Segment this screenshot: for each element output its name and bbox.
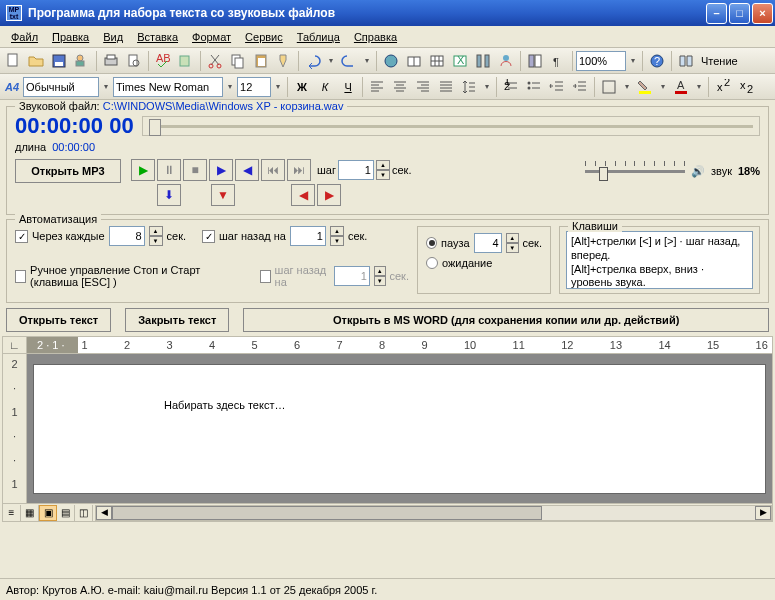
skip-back-button[interactable]: ⏮ — [261, 159, 285, 181]
help-icon[interactable]: ? — [646, 50, 668, 72]
view-print-icon[interactable]: ▣ — [39, 505, 57, 521]
skip-fwd-button[interactable]: ⏭ — [287, 159, 311, 181]
zoom-select[interactable] — [576, 51, 626, 71]
bookmark-prev-button[interactable]: ◀ — [291, 184, 315, 206]
tables-borders-icon[interactable] — [403, 50, 425, 72]
font-drop[interactable]: ▾ — [224, 77, 236, 97]
underline-icon[interactable]: Ч — [337, 76, 359, 98]
size-drop[interactable]: ▾ — [272, 77, 284, 97]
preview-icon[interactable] — [123, 50, 145, 72]
pause-spinner[interactable]: ▲▼ — [506, 233, 519, 253]
copy-icon[interactable] — [227, 50, 249, 72]
italic-icon[interactable]: К — [314, 76, 336, 98]
wait-radio[interactable] — [426, 257, 438, 269]
pause-button[interactable]: ⏸ — [157, 159, 181, 181]
drawing-icon[interactable] — [495, 50, 517, 72]
bookmark-next-button[interactable]: ▶ — [317, 184, 341, 206]
tab-selector[interactable]: ∟ — [3, 337, 27, 353]
permission-icon[interactable] — [71, 50, 93, 72]
read-icon[interactable] — [675, 50, 697, 72]
doc-map-icon[interactable] — [524, 50, 546, 72]
align-justify-icon[interactable] — [435, 76, 457, 98]
hyperlink-icon[interactable] — [380, 50, 402, 72]
every-checkbox[interactable]: ✓ — [15, 230, 28, 243]
cut-icon[interactable] — [204, 50, 226, 72]
bookmark-del-button[interactable]: ▼ — [211, 184, 235, 206]
horizontal-ruler[interactable]: ∟ 2 · 1 · 123 456 789 101112 131415 16 — [2, 336, 773, 354]
open-mp3-button[interactable]: Открыть MP3 — [15, 159, 121, 183]
play-button[interactable]: ▶ — [131, 159, 155, 181]
vertical-ruler[interactable]: 2·1··1 — [3, 354, 27, 503]
scroll-right-icon[interactable]: ▶ — [755, 506, 771, 520]
redo-drop[interactable]: ▾ — [361, 51, 373, 71]
menu-tools[interactable]: Сервис — [238, 29, 290, 45]
excel-icon[interactable]: X — [449, 50, 471, 72]
size-select[interactable] — [237, 77, 271, 97]
menu-view[interactable]: Вид — [96, 29, 130, 45]
menu-format[interactable]: Формат — [185, 29, 238, 45]
style-helper-icon[interactable]: A4 — [2, 81, 22, 93]
maximize-button[interactable]: □ — [729, 3, 750, 24]
style-select[interactable] — [23, 77, 99, 97]
superscript-icon[interactable]: x2 — [712, 76, 734, 98]
research-icon[interactable] — [175, 50, 197, 72]
redo-icon[interactable] — [338, 50, 360, 72]
stop-button[interactable]: ■ — [183, 159, 207, 181]
scroll-thumb[interactable] — [112, 506, 542, 520]
back-spinner[interactable]: ▲▼ — [330, 226, 344, 246]
insert-table-icon[interactable] — [426, 50, 448, 72]
indent-icon[interactable] — [569, 76, 591, 98]
volume-slider[interactable] — [585, 159, 685, 183]
menu-edit[interactable]: Правка — [45, 29, 96, 45]
every-input[interactable] — [109, 226, 145, 246]
line-spacing-icon[interactable] — [458, 76, 480, 98]
pause-input[interactable] — [474, 233, 502, 253]
step-input[interactable] — [338, 160, 374, 180]
style-drop[interactable]: ▾ — [100, 77, 112, 97]
show-marks-icon[interactable]: ¶ — [547, 50, 569, 72]
numbered-list-icon[interactable]: 12 — [500, 76, 522, 98]
borders-icon[interactable] — [598, 76, 620, 98]
align-center-icon[interactable] — [389, 76, 411, 98]
scroll-left-icon[interactable]: ◀ — [96, 506, 112, 520]
close-text-button[interactable]: Закрыть текст — [125, 308, 229, 332]
close-button[interactable]: × — [752, 3, 773, 24]
undo-drop[interactable]: ▾ — [325, 51, 337, 71]
font-select[interactable] — [113, 77, 223, 97]
font-color-drop[interactable]: ▾ — [693, 77, 705, 97]
view-normal-icon[interactable]: ≡ — [3, 505, 21, 521]
highlight-icon[interactable] — [634, 76, 656, 98]
read-label[interactable]: Чтение — [698, 55, 741, 67]
borders-drop[interactable]: ▾ — [621, 77, 633, 97]
manual-checkbox[interactable] — [15, 270, 26, 283]
print-icon[interactable] — [100, 50, 122, 72]
open-icon[interactable] — [25, 50, 47, 72]
back-input[interactable] — [290, 226, 326, 246]
pause-radio[interactable] — [426, 237, 437, 249]
bookmark-fwd-button[interactable]: ⬇ — [157, 184, 181, 206]
spell-icon[interactable]: ABC — [152, 50, 174, 72]
menu-file[interactable]: Файл — [4, 29, 45, 45]
subscript-icon[interactable]: x2 — [735, 76, 757, 98]
bullet-list-icon[interactable] — [523, 76, 545, 98]
columns-icon[interactable] — [472, 50, 494, 72]
minimize-button[interactable]: – — [706, 3, 727, 24]
outdent-icon[interactable] — [546, 76, 568, 98]
view-reading-icon[interactable]: ◫ — [75, 505, 93, 521]
align-right-icon[interactable] — [412, 76, 434, 98]
font-color-icon[interactable]: A — [670, 76, 692, 98]
new-doc-icon[interactable] — [2, 50, 24, 72]
back-checkbox[interactable]: ✓ — [202, 230, 215, 243]
open-word-button[interactable]: Открыть в MS WORD (для сохранения копии … — [243, 308, 769, 332]
menu-insert[interactable]: Вставка — [130, 29, 185, 45]
every-spinner[interactable]: ▲▼ — [149, 226, 163, 246]
paste-icon[interactable] — [250, 50, 272, 72]
zoom-drop[interactable]: ▾ — [627, 51, 639, 71]
undo-icon[interactable] — [302, 50, 324, 72]
audio-progress[interactable] — [142, 116, 760, 136]
document-page[interactable]: Набирать здесь текст… — [33, 364, 766, 494]
back-button[interactable]: ◀ — [235, 159, 259, 181]
horizontal-scrollbar[interactable]: ◀ ▶ — [95, 505, 772, 521]
align-left-icon[interactable] — [366, 76, 388, 98]
view-outline-icon[interactable]: ▤ — [57, 505, 75, 521]
